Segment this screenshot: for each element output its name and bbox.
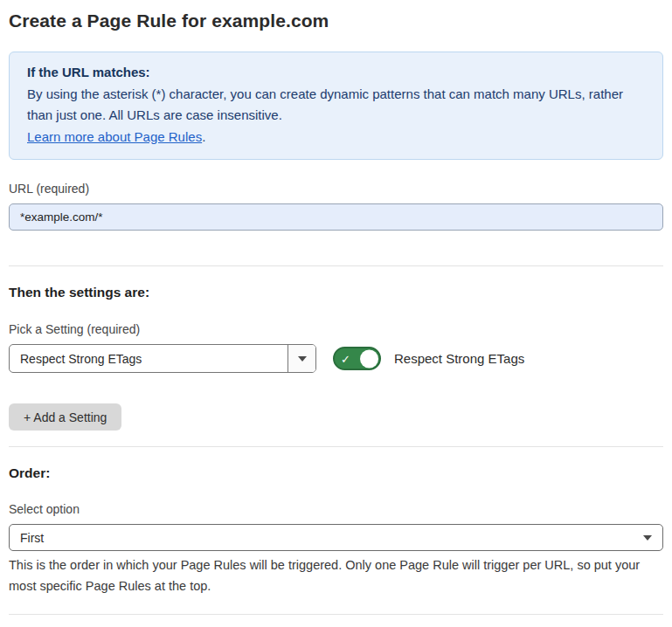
learn-more-link[interactable]: Learn more about Page Rules — [27, 129, 202, 144]
info-box-body: By using the asterisk (*) character, you… — [27, 84, 639, 127]
setting-select-value: Respect Strong ETags — [10, 345, 288, 372]
section-divider — [9, 265, 663, 266]
order-select-label: Select option — [9, 502, 663, 516]
setting-row: Respect Strong ETags ✓ Respect Strong ET… — [9, 344, 663, 373]
order-select[interactable]: First — [9, 524, 663, 551]
order-help-text: This is the order in which your Page Rul… — [9, 555, 663, 596]
settings-section-heading: Then the settings are: — [9, 285, 663, 300]
order-select-value: First — [20, 531, 44, 545]
dropdown-arrow-icon — [298, 356, 307, 362]
url-input[interactable] — [9, 203, 663, 231]
footer-divider — [9, 614, 663, 615]
info-box-link-line: Learn more about Page Rules. — [27, 127, 645, 148]
etags-toggle-label: Respect Strong ETags — [394, 351, 524, 366]
toggle-knob — [360, 349, 378, 368]
check-icon: ✓ — [341, 353, 350, 364]
order-section-heading: Order: — [9, 465, 663, 481]
page-title: Create a Page Rule for example.com — [9, 10, 663, 31]
add-setting-button[interactable]: + Add a Setting — [9, 403, 121, 431]
pick-setting-label: Pick a Setting (required) — [9, 322, 663, 336]
create-page-rule-form: Create a Page Rule for example.com If th… — [0, 0, 672, 627]
chevron-down-icon — [643, 535, 652, 541]
etags-toggle-wrap: ✓ Respect Strong ETags — [333, 347, 524, 370]
link-suffix: . — [202, 129, 205, 144]
url-field-label: URL (required) — [9, 182, 663, 196]
url-match-info-box: If the URL matches: By using the asteris… — [9, 52, 663, 160]
setting-select-arrow-button[interactable] — [288, 345, 315, 372]
section-divider — [9, 446, 663, 447]
etags-toggle[interactable]: ✓ — [333, 347, 381, 370]
setting-select[interactable]: Respect Strong ETags — [9, 344, 316, 373]
info-box-heading: If the URL matches: — [27, 62, 645, 84]
